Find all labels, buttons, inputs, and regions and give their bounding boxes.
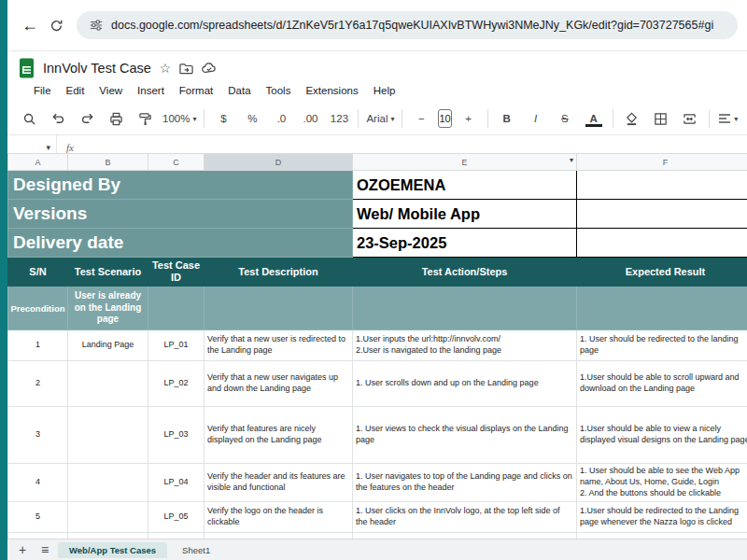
document-title[interactable]: InnVolv Test Case [43,61,151,76]
undo-button[interactable] [44,107,72,130]
column-header-f[interactable]: F [577,154,747,171]
vertical-align-button[interactable] [743,107,747,130]
cell-case-id[interactable]: LP_02 [148,361,204,407]
number-format-button[interactable]: 123 [325,107,353,130]
increase-decimal-button[interactable]: .00 [296,107,324,130]
format-currency-button[interactable]: $ [209,107,237,130]
menu-item[interactable]: Extensions [298,83,365,98]
fill-color-button[interactable] [618,107,646,130]
decrease-font-size-button[interactable]: − [407,107,435,130]
cell-steps[interactable]: 1. User clicks on the InnVolv logo, at t… [353,502,577,533]
cell-description[interactable]: Verify that a new user is redirected to … [204,330,353,361]
header-test-case-id[interactable]: Test Case ID [148,258,204,287]
cell-steps[interactable]: 1. User views to check the visual displa… [353,407,577,464]
header-test-description[interactable]: Test Description [204,258,353,287]
font-selector[interactable]: Arial ▾ [363,107,397,130]
cell-delivery-date-label[interactable]: Delivery date [8,229,353,258]
header-test-scenario[interactable]: Test Scenario [68,258,148,287]
column-header-d[interactable]: D [204,154,353,171]
menu-item[interactable]: Format [172,83,220,98]
column-header-c[interactable]: C [148,154,204,171]
cell-scenario[interactable] [68,407,148,464]
sheet-tab-active[interactable]: Web/App Test Cases [58,542,167,558]
horizontal-align-button[interactable]: ▾ [714,107,742,130]
text-color-button[interactable]: A [580,107,608,130]
zoom-selector[interactable]: 100% ▾ [160,107,199,130]
strikethrough-button[interactable]: S [551,107,579,130]
menu-item[interactable]: Help [366,83,403,98]
cell-scenario[interactable] [68,502,148,533]
paint-format-button[interactable] [131,107,159,130]
cell-empty[interactable] [353,287,577,330]
menu-item[interactable]: Edit [59,83,92,98]
header-expected-result[interactable]: Expected Result [577,258,747,287]
cell-empty[interactable] [577,200,747,229]
cell-empty[interactable] [577,171,747,200]
address-bar[interactable]: docs.google.com/spreadsheets/d/1ZnKeV5r1… [77,11,738,39]
print-button[interactable] [102,107,130,130]
menu-item[interactable]: File [26,83,59,98]
star-icon[interactable]: ☆ [160,61,172,76]
cell-sn[interactable]: 1 [8,330,68,361]
cell-versions-value[interactable]: Web/ Mobile App [353,200,577,229]
menu-item[interactable]: Data [220,83,258,98]
cell-description[interactable]: Verify that features are nicely displaye… [204,407,353,464]
cell-sn[interactable]: 2 [8,361,68,407]
menu-item[interactable]: Insert [130,83,172,98]
cell-empty[interactable] [577,229,747,258]
site-settings-tune-icon[interactable] [90,19,103,32]
cell-expected[interactable]: 1.User should be able to scroll upward a… [577,361,747,407]
add-sheet-icon[interactable]: + [13,542,32,557]
cell-expected[interactable]: 1. User should be redirected to the land… [577,330,747,361]
column-header-e[interactable]: E▾ [353,154,577,171]
sheets-logo-icon[interactable] [19,58,35,78]
cell-delivery-date-value[interactable]: 23-Sep-2025 [353,229,577,258]
cell-empty[interactable] [577,287,747,330]
cell-case-id[interactable]: LP_03 [148,407,204,464]
cell-expected[interactable]: 1.User should be able to view a nicely d… [577,407,747,464]
cell-versions-label[interactable]: Versions [8,200,353,229]
cell-expected[interactable]: 1. User should be able to see the Web Ap… [577,464,747,502]
cell-description[interactable]: Verify that a new user navigates up and … [204,361,353,407]
cell-description[interactable]: Verify the header and its features are v… [204,464,353,502]
format-percent-button[interactable]: % [238,107,266,130]
header-test-action-steps[interactable]: Test Action/Steps [353,258,577,287]
header-sn[interactable]: S/N [8,258,68,287]
cell-sn[interactable]: 5 [8,502,68,533]
cell-scenario[interactable]: Landing Page [68,330,148,361]
menu-item[interactable]: Tools [259,83,299,98]
cell-sn[interactable]: 3 [8,407,68,464]
merge-cells-button[interactable] [676,107,704,130]
font-size-field[interactable]: 10 [438,109,451,128]
cell-expected[interactable]: 1.User should be redirected to the Landi… [577,502,747,533]
sheet-tab[interactable]: Sheet1 [171,542,221,558]
menu-item[interactable]: View [92,83,130,98]
refresh-button[interactable] [43,12,69,38]
cell-case-id[interactable]: LP_01 [148,330,204,361]
cell-steps[interactable]: 1.User inputs the url:http://innvolv.com… [353,330,577,361]
cell-scenario[interactable] [68,464,148,502]
move-folder-icon[interactable] [179,63,193,75]
search-menus-button[interactable] [15,107,43,130]
cell-case-id[interactable]: LP_04 [148,464,204,502]
cell-sn[interactable]: 4 [8,464,68,502]
back-button[interactable]: ← [17,12,43,38]
cell-precondition-label[interactable]: Precondition [8,287,68,330]
all-sheets-menu-icon[interactable]: ≡ [35,542,54,557]
cloud-saved-icon[interactable] [202,63,217,74]
cell-steps[interactable]: 1. User navigates to top of the Landing … [353,464,577,502]
cell-description[interactable]: Verify the logo on the header is clickab… [204,502,353,533]
cell-designed-by-value[interactable]: OZOEMENA [353,171,577,200]
column-dropdown-icon[interactable]: ▾ [570,156,573,164]
increase-font-size-button[interactable]: + [455,107,483,130]
cell-empty[interactable] [204,287,353,330]
cell-case-id[interactable]: LP_05 [148,502,204,533]
borders-button[interactable] [647,107,675,130]
cell-steps[interactable]: 1. User scrolls down and up on the Landi… [353,361,577,407]
bold-button[interactable]: B [493,107,521,130]
cell-designed-by-label[interactable]: Designed By [8,171,353,200]
redo-button[interactable] [73,107,101,130]
column-header-a[interactable]: A [8,154,68,171]
cell-scenario[interactable] [68,361,148,407]
decrease-decimal-button[interactable]: .0 [267,107,295,130]
